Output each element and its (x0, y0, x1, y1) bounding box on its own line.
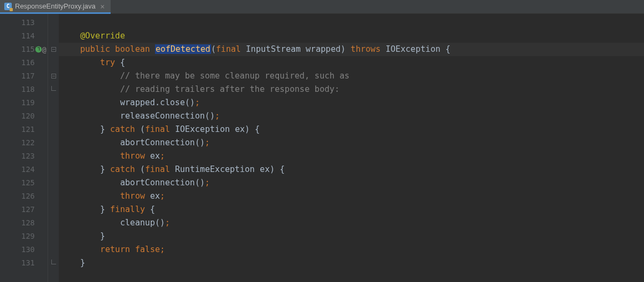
line-number[interactable]: 116 (0, 56, 48, 69)
fold-marker (48, 29, 59, 43)
code-line[interactable]: abortConnection(); (80, 176, 644, 190)
type: IOException (175, 124, 230, 134)
fold-marker (48, 109, 59, 123)
fold-marker (48, 136, 59, 150)
fold-marker (48, 163, 59, 176)
fold-marker (48, 243, 59, 256)
fold-marker (48, 150, 59, 163)
fold-marker (48, 123, 59, 136)
keyword: final (216, 44, 241, 54)
paren: ( (195, 138, 200, 147)
keyword: false (135, 245, 160, 254)
fold-marker (48, 16, 59, 29)
method-name-selected: eofDetected (155, 44, 211, 54)
method-call: abortConnection (120, 178, 195, 187)
line-number[interactable]: 117 (0, 69, 48, 83)
paren: ( (185, 98, 190, 107)
override-method-icon[interactable] (35, 46, 42, 53)
code-line[interactable]: return false; (80, 243, 644, 256)
code-line[interactable]: @Override (80, 29, 644, 43)
line-number[interactable]: 118 (0, 83, 48, 96)
brace: } (100, 205, 105, 214)
paren: ) (160, 218, 165, 228)
code-line[interactable]: } (80, 230, 644, 243)
line-number[interactable]: 130 (0, 243, 48, 256)
code-line[interactable]: } finally { (80, 203, 644, 216)
line-number[interactable]: 114 (0, 29, 48, 43)
tab-close-icon[interactable]: × (99, 2, 106, 11)
dot: . (155, 98, 160, 107)
fold-marker (48, 203, 59, 216)
line-number[interactable]: 129 (0, 230, 48, 243)
paren: ) (245, 124, 250, 134)
fold-end-icon[interactable] (48, 83, 59, 96)
variable: wrapped (306, 44, 340, 54)
semicolon: ; (205, 138, 210, 147)
code-line[interactable]: abortConnection(); (80, 136, 644, 150)
code-line[interactable]: releaseConnection(); (80, 109, 644, 123)
fold-marker (48, 56, 59, 69)
line-number[interactable]: 125 (0, 176, 48, 190)
line-number[interactable]: 122 (0, 136, 48, 150)
semicolon: ; (160, 245, 165, 254)
paren: ) (190, 98, 195, 107)
brace: { (445, 44, 450, 54)
type: RuntimeException (175, 164, 254, 174)
code-line-current[interactable]: public boolean eofDetected(final InputSt… (59, 43, 644, 56)
line-number[interactable]: 123 (0, 150, 48, 163)
editor: 113 114 115 @ 116 117 118 119 120 121 12… (0, 14, 644, 282)
fold-end-icon[interactable] (48, 256, 59, 270)
comment: // reading trailers after the response b… (120, 84, 340, 94)
code-line[interactable]: } (80, 256, 644, 270)
line-number[interactable]: 121 (0, 123, 48, 136)
fold-marker (48, 176, 59, 190)
gutter: 113 114 115 @ 116 117 118 119 120 121 12… (0, 14, 48, 282)
method-call: releaseConnection (120, 111, 205, 121)
paren: ( (155, 218, 160, 228)
code-line[interactable]: // there may be some cleanup required, s… (80, 69, 644, 83)
code-line[interactable]: wrapped.close(); (80, 96, 644, 109)
line-number[interactable]: 128 (0, 216, 48, 230)
code-line[interactable]: } catch (final RuntimeException ex) { (80, 163, 644, 176)
tab-active[interactable]: C ResponseEntityProxy.java × (0, 0, 111, 14)
line-number[interactable]: 127 (0, 203, 48, 216)
variable: ex (235, 124, 245, 134)
line-number[interactable]: 126 (0, 190, 48, 203)
method-call: close (160, 98, 185, 107)
code-line[interactable]: // reading trailers after the response b… (80, 83, 644, 96)
brace: { (120, 58, 125, 67)
line-number[interactable]: 120 (0, 109, 48, 123)
variable: wrapped (120, 98, 155, 107)
keyword: public (80, 44, 110, 54)
code-line[interactable]: cleanup(); (80, 216, 644, 230)
code-line[interactable]: throw ex; (80, 190, 644, 203)
line-number[interactable]: 131 (0, 256, 48, 270)
code-line[interactable]: } catch (final IOException ex) { (80, 123, 644, 136)
line-number[interactable]: 124 (0, 163, 48, 176)
code-area[interactable]: @Override public boolean eofDetected(fin… (59, 14, 644, 282)
brace: } (100, 231, 105, 241)
paren: ) (210, 111, 215, 121)
fold-collapse-icon[interactable] (48, 69, 59, 83)
code-line[interactable] (80, 16, 644, 29)
code-line[interactable]: throw ex; (80, 150, 644, 163)
line-number-text: 115 (21, 45, 35, 53)
keyword: final (145, 164, 170, 174)
line-number[interactable]: 115 @ (0, 43, 48, 56)
keyword: catch (110, 124, 135, 134)
fold-collapse-icon[interactable] (48, 43, 59, 56)
semicolon: ; (205, 178, 210, 187)
type: InputStream (246, 44, 301, 54)
tab-filename: ResponseEntityProxy.java (15, 2, 96, 10)
brace: { (280, 164, 284, 174)
keyword: try (100, 58, 115, 67)
paren: ( (195, 178, 200, 187)
paren: ) (270, 164, 275, 174)
fold-marker (48, 230, 59, 243)
line-number[interactable]: 113 (0, 16, 48, 29)
comment: // there may be some cleanup required, s… (120, 71, 350, 81)
implements-icon[interactable]: @ (42, 43, 46, 56)
line-number[interactable]: 119 (0, 96, 48, 109)
code-line[interactable]: try { (80, 56, 644, 69)
method-call: abortConnection (120, 138, 195, 147)
